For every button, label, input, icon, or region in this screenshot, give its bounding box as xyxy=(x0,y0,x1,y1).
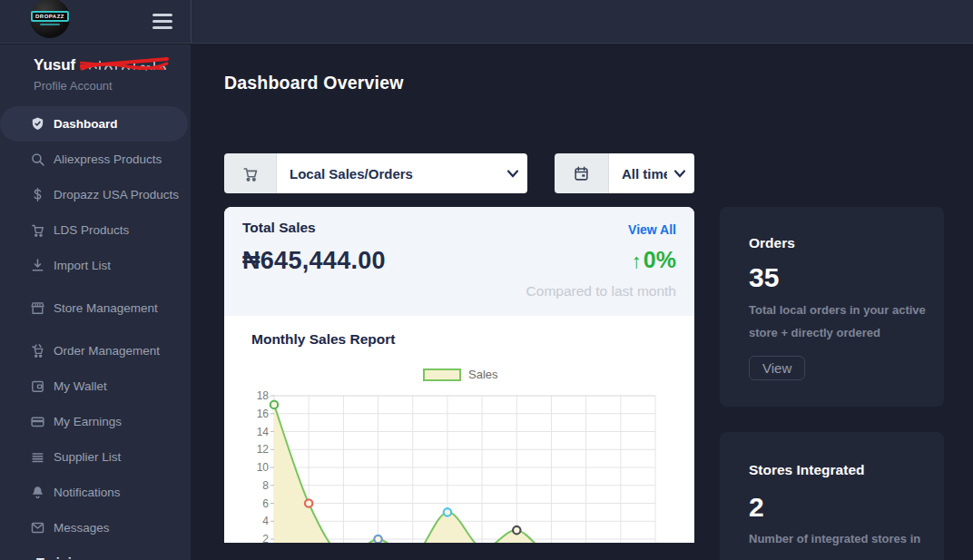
user-first-name: Yusuf xyxy=(34,56,75,74)
arrow-up-icon: ↑ xyxy=(632,250,642,272)
topbar: DROPAZZ xyxy=(0,0,973,44)
orders-card: Orders 35 Total local orders in your act… xyxy=(720,207,944,407)
sidebar-item-label: Order Management xyxy=(54,344,160,358)
trend-indicator: ↑0% xyxy=(632,247,676,273)
main-content: Dashboard Overview Local Sales/Orders xyxy=(191,44,973,560)
svg-text:4: 4 xyxy=(262,515,269,527)
sidebar-menu: DashboardAliexpress ProductsDropazz USA … xyxy=(0,106,191,545)
store-icon xyxy=(30,300,45,316)
sidebar-section-training: Training xyxy=(0,555,191,560)
brand-logo-text: DROPAZZ xyxy=(31,11,69,22)
stores-integrated-card: Stores Integrated 2 Number of integrated… xyxy=(720,432,944,560)
sidebar-item-label: Store Management xyxy=(54,301,158,315)
sidebar-item-dashboard[interactable]: Dashboard xyxy=(0,106,188,142)
profile-account-label: Profile Account xyxy=(34,79,191,93)
sidebar-item-label: My Earnings xyxy=(54,415,122,428)
brand-logo[interactable]: DROPAZZ xyxy=(30,0,70,38)
right-column: Orders 35 Total local orders in your act… xyxy=(720,207,944,560)
time-filter: All time xyxy=(555,153,694,193)
sidebar-item-dropazz-usa-products[interactable]: Dropazz USA Products xyxy=(0,177,191,212)
svg-text:14: 14 xyxy=(257,426,270,438)
sidebar-item-label: Notifications xyxy=(54,486,121,499)
page-title: Dashboard Overview xyxy=(224,73,944,93)
sales-filter: Local Sales/Orders xyxy=(224,153,527,193)
svg-text:2: 2 xyxy=(262,533,269,543)
sidebar-item-label: Supplier List xyxy=(54,450,121,464)
sidebar-item-label: LDS Products xyxy=(54,223,129,237)
download-icon xyxy=(30,258,45,273)
stores-card-title: Stores Integrated xyxy=(749,462,864,478)
sidebar-item-label: My Wallet xyxy=(54,379,107,393)
cart-icon xyxy=(30,222,45,238)
sidebar-item-label: Messages xyxy=(54,521,110,535)
time-filter-select[interactable]: All time xyxy=(609,153,694,193)
stores-count: 2 xyxy=(749,492,764,523)
user-name: Yusuf xyxy=(34,56,191,74)
sidebar-item-label: Import List xyxy=(54,259,111,272)
sidebar-item-order-management[interactable]: Order Management xyxy=(0,333,191,368)
sidebar: Yusuf Profile Account DashboardAliexpres… xyxy=(0,44,191,560)
dollar-icon xyxy=(30,187,45,202)
sidebar-item-my-earnings[interactable]: My Earnings xyxy=(0,404,191,439)
sidebar-item-lds-products[interactable]: LDS Products xyxy=(0,212,191,248)
sidebar-item-supplier-list[interactable]: Supplier List xyxy=(0,439,191,475)
total-sales-header: Total Sales ₦645,444.00 View All ↑0% Com… xyxy=(224,207,694,316)
trend-value: 0% xyxy=(644,247,676,272)
orders-description: Total local orders in your active store … xyxy=(749,300,927,344)
cart-icon xyxy=(224,153,277,193)
shield-check-icon xyxy=(30,116,45,132)
orders-view-button[interactable]: View xyxy=(749,356,805,380)
trend-compare-note: Compared to last month xyxy=(526,283,676,300)
svg-text:16: 16 xyxy=(257,408,270,420)
filter-row: Local Sales/Orders All time xyxy=(224,153,944,193)
svg-text:12: 12 xyxy=(257,443,270,456)
total-sales-amount: ₦645,444.00 xyxy=(242,247,386,275)
sales-area-chart: 18161412108642 xyxy=(224,316,694,543)
hamburger-menu-icon[interactable] xyxy=(152,14,172,29)
sidebar-item-label: Aliexpress Products xyxy=(54,152,162,166)
search-icon xyxy=(30,152,45,167)
orders-card-title: Orders xyxy=(749,235,795,251)
svg-text:18: 18 xyxy=(257,389,270,402)
brand-logo-subtext xyxy=(40,24,60,25)
svg-text:8: 8 xyxy=(262,479,269,492)
sidebar-item-label: Dashboard xyxy=(54,117,118,131)
sidebar-item-notifications[interactable]: Notifications xyxy=(0,475,191,510)
envelope-icon xyxy=(30,520,45,535)
monthly-sales-chart: Monthly Sales Report Sales 1816141210864… xyxy=(224,316,694,543)
orders-count: 35 xyxy=(749,262,779,293)
list-icon xyxy=(30,449,45,465)
svg-text:10: 10 xyxy=(257,461,270,474)
cart-items-icon xyxy=(30,343,45,359)
stores-description: Number of integrated stores in xyxy=(749,528,939,551)
bell-icon xyxy=(30,485,45,500)
sidebar-item-aliexpress-products[interactable]: Aliexpress Products xyxy=(0,142,191,177)
redacted-surname-scribble xyxy=(80,57,169,74)
profile-account-block[interactable]: Yusuf Profile Account xyxy=(0,44,191,93)
wallet-icon xyxy=(30,378,45,394)
total-sales-title: Total Sales xyxy=(242,220,316,236)
sidebar-item-label: Dropazz USA Products xyxy=(54,188,179,201)
calendar-icon xyxy=(555,153,609,193)
sidebar-item-store-management[interactable]: Store Management xyxy=(0,290,191,326)
sidebar-item-messages[interactable]: Messages xyxy=(0,510,191,545)
view-all-link[interactable]: View All xyxy=(628,222,676,237)
credit-card-icon xyxy=(30,414,45,429)
total-sales-card: Total Sales ₦645,444.00 View All ↑0% Com… xyxy=(224,207,694,543)
sidebar-item-import-list[interactable]: Import List xyxy=(0,248,191,283)
svg-text:6: 6 xyxy=(262,497,269,510)
sidebar-item-my-wallet[interactable]: My Wallet xyxy=(0,368,191,404)
sales-filter-select[interactable]: Local Sales/Orders xyxy=(277,153,527,193)
